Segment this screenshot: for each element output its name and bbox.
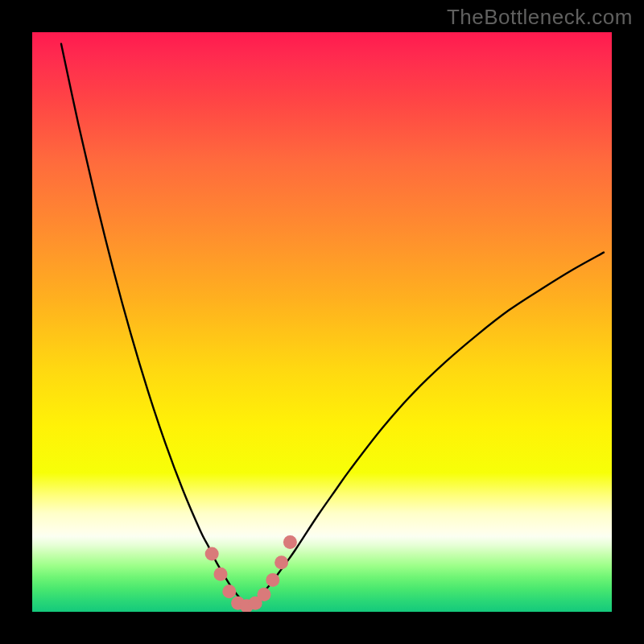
highlight-dot xyxy=(266,573,279,587)
chart-curves-layer xyxy=(32,32,612,612)
highlight-dot xyxy=(283,535,297,549)
highlight-dot xyxy=(275,555,288,569)
highlight-dot xyxy=(258,588,271,601)
watermark-text: TheBottleneck.com xyxy=(447,5,633,30)
chart-frame: TheBottleneck.com xyxy=(0,0,644,644)
curve-left xyxy=(61,43,248,605)
highlight-dot xyxy=(222,584,236,598)
highlight-dot xyxy=(214,568,228,581)
highlight-dot xyxy=(205,547,219,561)
curve-right xyxy=(248,253,604,606)
highlight-dots xyxy=(205,535,297,612)
